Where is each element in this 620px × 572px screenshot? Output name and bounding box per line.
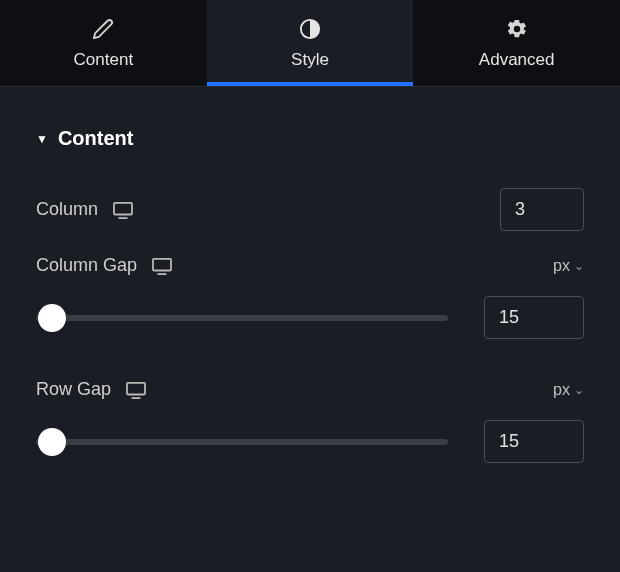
svg-rect-3 [153,258,171,270]
column-gap-input[interactable] [484,296,584,339]
tab-content[interactable]: Content [0,0,207,86]
slider-thumb[interactable] [38,304,66,332]
label-group: Row Gap [36,379,147,400]
unit-selector-column-gap[interactable]: px ⌄ [553,257,584,275]
unit-label: px [553,381,570,399]
control-row-column: Column [36,188,584,231]
row-gap-label: Row Gap [36,379,111,400]
slider-row-column-gap [36,296,584,339]
column-label: Column [36,199,98,220]
tab-label: Content [74,50,134,70]
svg-rect-1 [114,202,132,214]
caret-down-icon: ▼ [36,132,48,146]
control-row-row-gap: Row Gap px ⌄ [36,379,584,400]
style-panel: ▼ Content Column Column Gap [0,87,620,523]
column-gap-label: Column Gap [36,255,137,276]
chevron-down-icon: ⌄ [574,259,584,273]
section-title: Content [58,127,134,150]
pencil-icon [92,18,114,40]
tab-label: Style [291,50,329,70]
tab-style[interactable]: Style [207,0,414,86]
desktop-icon[interactable] [151,257,173,275]
svg-rect-5 [127,382,145,394]
gear-icon [506,18,528,40]
column-input[interactable] [500,188,584,231]
unit-selector-row-gap[interactable]: px ⌄ [553,381,584,399]
tabs-bar: Content Style Advanced [0,0,620,87]
label-group: Column Gap [36,255,173,276]
desktop-icon[interactable] [125,381,147,399]
row-gap-slider[interactable] [36,439,448,445]
row-gap-input[interactable] [484,420,584,463]
chevron-down-icon: ⌄ [574,383,584,397]
tab-label: Advanced [479,50,555,70]
label-group: Column [36,199,134,220]
section-header-content[interactable]: ▼ Content [36,127,584,150]
desktop-icon[interactable] [112,201,134,219]
control-row-column-gap: Column Gap px ⌄ [36,255,584,276]
half-circle-icon [299,18,321,40]
unit-label: px [553,257,570,275]
slider-thumb[interactable] [38,428,66,456]
column-gap-slider[interactable] [36,315,448,321]
slider-row-row-gap [36,420,584,463]
tab-advanced[interactable]: Advanced [413,0,620,86]
